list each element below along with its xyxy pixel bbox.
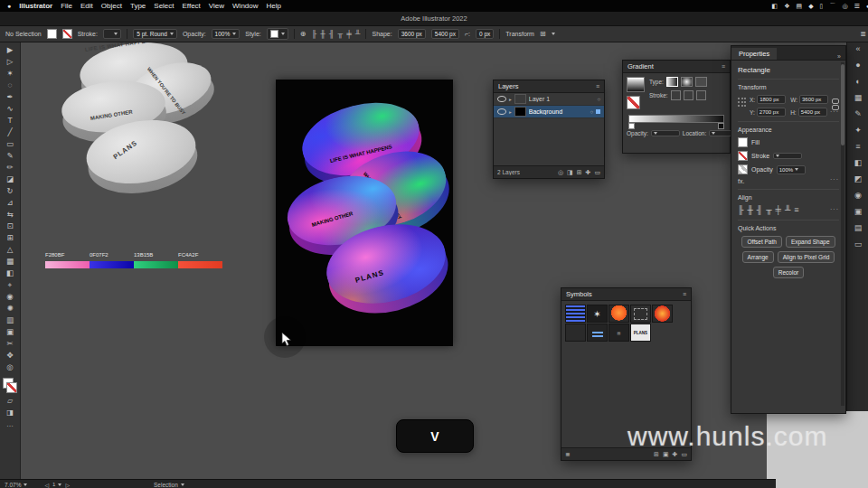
- fx-button[interactable]: fx.: [738, 178, 839, 184]
- layer-row-background[interactable]: ▸ Background ○: [494, 106, 604, 118]
- status-mode-dropdown[interactable]: Selection: [154, 482, 184, 488]
- gradient-stop-left[interactable]: [628, 123, 635, 129]
- color-panel-icon[interactable]: ●: [847, 57, 868, 73]
- height-field[interactable]: 5400 px: [798, 108, 827, 117]
- direct-selection-tool[interactable]: ▷: [0, 56, 20, 68]
- corner-radius-field[interactable]: 0 px: [476, 29, 494, 39]
- palette-swatch-green[interactable]: [134, 261, 178, 268]
- slice-tool[interactable]: ✂: [0, 338, 20, 350]
- shape-builder-tool[interactable]: ⊞: [0, 232, 20, 244]
- symbol-thumb-sliders[interactable]: [587, 324, 608, 342]
- menu-item-illustrator[interactable]: Illustrator: [19, 2, 52, 10]
- radial-gradient-icon[interactable]: [681, 77, 693, 87]
- symbol-thumb-star[interactable]: ✶: [587, 305, 608, 323]
- y-field[interactable]: 2700 px: [757, 108, 786, 117]
- align-left-icon[interactable]: ╟: [311, 30, 316, 38]
- delete-layer-icon[interactable]: ▭: [594, 169, 600, 176]
- menu-item[interactable]: Effect: [183, 2, 201, 10]
- align-middle-icon[interactable]: ╪: [776, 205, 781, 214]
- quick-action-button[interactable]: Recolor: [773, 267, 804, 278]
- gradient-tool[interactable]: ◧: [0, 267, 20, 279]
- align-top-icon[interactable]: ╥: [766, 205, 771, 214]
- collapse-panels-icon[interactable]: «: [847, 41, 868, 57]
- wifi-icon[interactable]: ⌒: [829, 2, 835, 11]
- stroke-color-chip[interactable]: [6, 382, 17, 393]
- x-field[interactable]: 1800 px: [757, 95, 786, 104]
- scrollbar-thumb[interactable]: [841, 64, 844, 145]
- symbols-panel-header[interactable]: Symbols ≡: [561, 288, 691, 301]
- more-options-button[interactable]: ···: [830, 206, 839, 212]
- width-field[interactable]: 3600 px: [799, 95, 828, 104]
- symbol-thumb-circle[interactable]: [609, 305, 629, 323]
- line-segment-tool[interactable]: ╱: [0, 127, 20, 138]
- quick-action-button[interactable]: Align to Pixel Grid: [778, 251, 835, 263]
- control-center-icon[interactable]: ☰: [854, 3, 859, 10]
- shape-width-field[interactable]: 3600 px: [398, 29, 426, 39]
- gradient-slider[interactable]: [628, 115, 724, 123]
- symbol-thumb-plans[interactable]: PLANS: [630, 324, 651, 342]
- clipping-mask-icon[interactable]: ◨: [567, 169, 573, 176]
- quick-action-button[interactable]: Expand Shape: [786, 236, 835, 248]
- symbols-panel-icon[interactable]: ✦: [847, 122, 868, 138]
- linear-gradient-icon[interactable]: [666, 77, 678, 87]
- stroke-across-path-icon[interactable]: [696, 90, 706, 100]
- pen-tool[interactable]: ✒: [0, 91, 20, 103]
- symbol-thumb-burst[interactable]: [652, 305, 673, 323]
- rotate-tool[interactable]: ↻: [0, 185, 20, 197]
- layers-panel-icon[interactable]: ▤: [847, 220, 868, 236]
- panel-menu-icon[interactable]: ≡: [596, 83, 599, 89]
- artboards-panel-icon[interactable]: ▭: [847, 236, 868, 252]
- graphic-styles-panel-icon[interactable]: ▣: [847, 203, 868, 220]
- brush-preset-dropdown[interactable]: 5 pt. Round: [133, 29, 177, 39]
- opacity-field[interactable]: 100%: [777, 165, 806, 174]
- edit-toolbar-icon[interactable]: …: [6, 420, 14, 428]
- layer-row-layer1[interactable]: ▸ Layer 1 ○: [494, 93, 604, 106]
- lasso-tool[interactable]: ◌: [0, 80, 20, 91]
- menu-item[interactable]: Edit: [80, 2, 93, 10]
- menu-item[interactable]: Window: [232, 2, 258, 10]
- blend-tool[interactable]: ◉: [0, 291, 20, 303]
- style-dropdown[interactable]: [267, 28, 288, 40]
- free-transform-tool[interactable]: ⊡: [0, 221, 20, 232]
- appearance-panel-icon[interactable]: ◉: [847, 187, 868, 203]
- align-right-icon[interactable]: ╢: [329, 30, 335, 38]
- transform-grid-icon[interactable]: ⊞: [540, 30, 546, 38]
- expand-chevron-icon[interactable]: ▸: [509, 109, 512, 115]
- transparency-panel-icon[interactable]: ◩: [847, 171, 868, 187]
- align-center-h-icon[interactable]: ╫: [320, 30, 326, 38]
- locate-object-icon[interactable]: ◎: [558, 169, 563, 176]
- fill-swatch[interactable]: [47, 29, 57, 39]
- keyboard-icon[interactable]: ▤: [797, 3, 803, 10]
- magic-wand-tool[interactable]: ✶: [0, 68, 20, 80]
- target-circle-icon[interactable]: ○: [590, 109, 593, 115]
- selection-tool[interactable]: ▶: [0, 44, 20, 56]
- paintbrush-tool[interactable]: ✎: [0, 150, 20, 162]
- stroke-within-path-icon[interactable]: [671, 90, 681, 100]
- menu-item[interactable]: Type: [130, 2, 146, 10]
- gradient-opacity-field[interactable]: [651, 130, 680, 136]
- artboard-select-dropdown[interactable]: 1: [52, 482, 61, 487]
- gray-artwork[interactable]: WHEN YOU'RE TO BUSY LIFE IS WHAT HAPPENS…: [54, 38, 217, 196]
- menu-item[interactable]: Select: [154, 2, 174, 10]
- align-center-h-icon[interactable]: ╫: [747, 205, 752, 214]
- curvature-tool[interactable]: ∿: [0, 103, 20, 115]
- visibility-eye-icon[interactable]: [497, 108, 506, 115]
- pencil-tool[interactable]: ✏: [0, 162, 20, 174]
- opacity-dropdown[interactable]: 100%: [212, 29, 241, 39]
- previous-artboard-icon[interactable]: ◁: [44, 482, 49, 488]
- stroke-weight-field[interactable]: [773, 153, 802, 159]
- more-options-button[interactable]: ···: [830, 108, 839, 115]
- fill-stroke-indicator[interactable]: [3, 378, 17, 393]
- mesh-tool[interactable]: ▦: [0, 256, 20, 267]
- menu-item[interactable]: View: [209, 2, 224, 10]
- palette-swatch-blue[interactable]: [90, 261, 134, 268]
- brushes-panel-icon[interactable]: ✎: [847, 106, 868, 122]
- menu-item[interactable]: File: [61, 2, 72, 10]
- color-guide-panel-icon[interactable]: ◐: [847, 73, 868, 89]
- search-icon[interactable]: ◎: [842, 3, 847, 10]
- document-setup-icon[interactable]: ⊕: [300, 30, 307, 38]
- new-layer-icon[interactable]: ✚: [586, 169, 591, 176]
- reference-point-selector[interactable]: [738, 97, 746, 108]
- artboard-tool[interactable]: ▣: [0, 326, 20, 338]
- gradient-stop-right[interactable]: [718, 123, 724, 129]
